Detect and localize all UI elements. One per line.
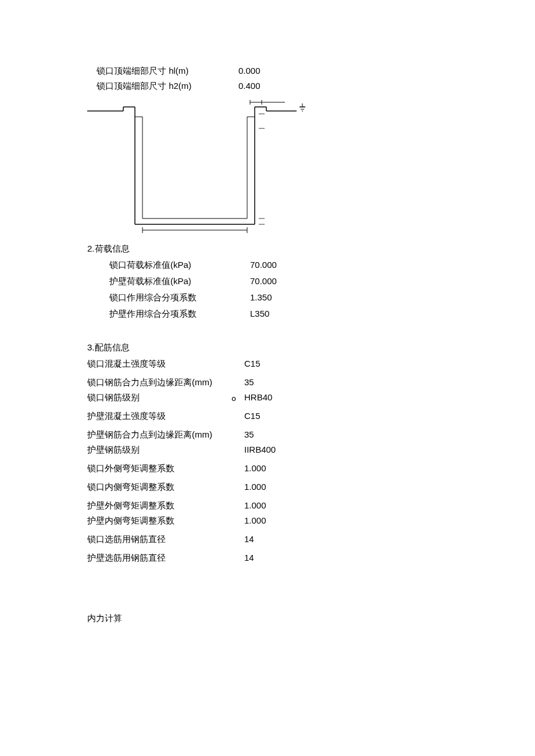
reinf-value: 1.000 [244,480,266,494]
reinf-label: 护壁混凝土强度等级 [87,409,244,423]
reinf-value: C15 [244,357,261,371]
load-value: 1.350 [250,291,272,304]
reinf-value: C15 [244,409,261,423]
load-label: 锁口作用综合分项系数 [87,291,250,304]
param-value: 0.000 [238,64,261,78]
reinf-label: 锁口钢筋级别 [87,390,244,404]
reinf-value: 1.000 [244,514,266,528]
reinf-value: HRB40 [244,390,272,404]
reinf-value: 14 [244,551,254,565]
param-row: 锁口顶端细部尺寸 h2(m) 0.400 [87,79,535,93]
reinf-row: 锁口选筋用钢筋直径 14 [87,532,535,546]
load-row: 护壁荷载标准值(kPa) 70.000 [87,274,535,288]
reinf-label: 锁口内侧弯矩调整系数 [87,480,244,494]
footer-section-title: 内力计算 [87,611,535,625]
param-label: 锁口顶端细部尺寸 h2(m) [87,79,238,93]
reinf-row: 护壁钢筋合力点到边缘距离(mm) 35 [87,428,535,442]
load-label: 护壁荷载标准值(kPa) [87,274,250,288]
reinf-value: 1.000 [244,461,266,475]
reinf-label: 锁口选筋用钢筋直径 [87,532,244,546]
reinf-label: 护壁内侧弯矩调整系数 [87,514,244,528]
reinf-row: 护壁选筋用钢筋直径 14 [87,551,535,565]
reinf-row: 护壁外侧弯矩调整系数 1.000 [87,499,535,513]
reinf-label: 护壁选筋用钢筋直径 [87,551,244,565]
reinf-row: 护壁混凝土强度等级 C15 [87,409,535,423]
load-label: 护壁作用综合分项系数 [87,307,250,321]
reinf-label: 锁口混凝土强度等级 [87,357,244,371]
load-value: L350 [250,307,269,321]
param-label: 锁口顶端细部尺寸 hl(m) [87,64,238,78]
load-value: 70.000 [250,274,277,288]
reinf-row: 锁口钢筋级别 HRB40 ᴏ [87,390,535,404]
reinf-value: 1.000 [244,499,266,513]
load-row: 护壁作用综合分项系数 L350 [87,307,535,321]
note-char: ᴏ [231,393,236,405]
cross-section-diagram [87,96,343,236]
load-value: 70.000 [250,258,277,272]
reinf-label: 护壁外侧弯矩调整系数 [87,499,244,513]
section-title-reinforcement: 3.配筋信息 [87,341,535,354]
load-label: 锁口荷载标准值(kPa) [87,258,250,272]
reinf-row: 锁口钢筋合力点到边缘距离(mm) 35 [87,375,535,389]
reinf-label: 锁口外侧弯矩调整系数 [87,461,244,475]
reinf-label: 护壁钢筋级别 [87,443,244,457]
reinf-row: 护壁钢筋级别 IIRB400 [87,443,535,457]
reinf-row: 锁口混凝土强度等级 C15 [87,357,535,371]
reinf-row: 护壁内侧弯矩调整系数 1.000 [87,514,535,528]
reinf-value: 35 [244,428,254,442]
param-value: 0.400 [238,79,261,93]
load-row: 锁口荷载标准值(kPa) 70.000 [87,258,535,272]
section-title-load: 2.荷载信息 [87,242,535,256]
diagram-svg [87,96,343,236]
reinf-value: IIRB400 [244,443,276,457]
reinf-label: 锁口钢筋合力点到边缘距离(mm) [87,375,244,389]
reinf-value: 35 [244,375,254,389]
param-row: 锁口顶端细部尺寸 hl(m) 0.000 [87,64,535,78]
reinf-row: 锁口外侧弯矩调整系数 1.000 [87,461,535,475]
reinf-value: 14 [244,532,254,546]
reinf-row: 锁口内侧弯矩调整系数 1.000 [87,480,535,494]
reinf-label: 护壁钢筋合力点到边缘距离(mm) [87,428,244,442]
load-row: 锁口作用综合分项系数 1.350 [87,291,535,304]
